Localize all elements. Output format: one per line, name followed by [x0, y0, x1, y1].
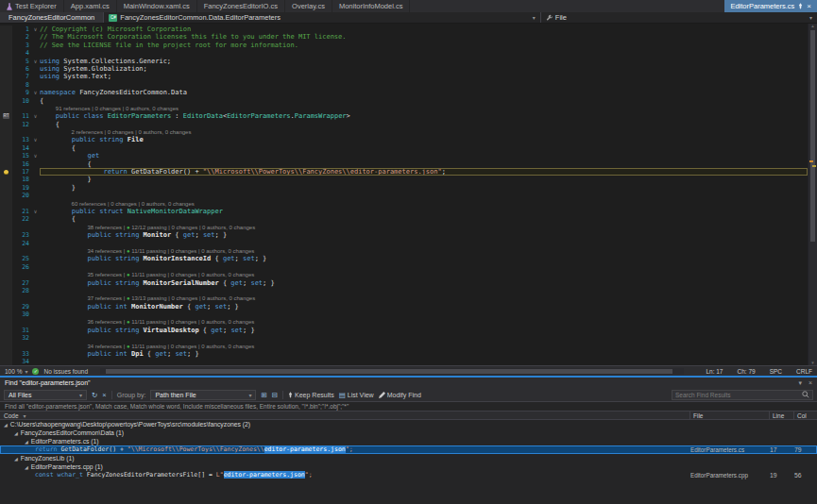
scroll-up-icon[interactable]: ▲ [808, 24, 817, 28]
clear-results-icon[interactable]: × [102, 391, 106, 399]
column-header-col[interactable]: Col [794, 412, 817, 419]
fold-icon[interactable]: ∨ [31, 112, 40, 120]
codelens-row[interactable]: 38 references | ● 12/12 passing | 0 chan… [0, 224, 808, 231]
code-line[interactable]: 28 [0, 287, 808, 294]
glyph-margin[interactable] [0, 89, 12, 96]
code-line[interactable]: 33 public int Dpi { get; set; } [0, 350, 808, 358]
codelens-row[interactable]: 60 references | 0 changes | 0 authors, 0… [0, 200, 808, 208]
tab-fancyzoneseditorio-cs[interactable]: FancyZonesEditorIO.cs [197, 0, 285, 12]
editor-vertical-scrollbar[interactable]: ▲ ▼ [808, 24, 817, 365]
glyph-margin[interactable] [0, 327, 12, 334]
modify-find-button[interactable]: Modify Find [379, 392, 421, 398]
fold-icon[interactable]: ∨ [31, 152, 40, 160]
fold-icon[interactable]: ∨ [31, 208, 40, 215]
lightbulb-icon[interactable] [4, 170, 9, 175]
codelens-row[interactable]: 37 references | ● 13/13 passing | 0 chan… [0, 294, 808, 302]
find-result-row[interactable]: return GetDataFolder() + "\\Microsoft\\P… [0, 445, 817, 454]
glyph-margin[interactable] [0, 168, 12, 176]
expand-all-icon[interactable]: ⊞ [261, 391, 266, 399]
fold-icon[interactable]: ∨ [31, 58, 40, 65]
health-status[interactable]: No issues found [43, 368, 88, 375]
code-line[interactable]: 19 } [0, 184, 808, 192]
glyph-margin[interactable] [0, 42, 12, 49]
code-line[interactable]: 17 return GetDataFolder() + "\\Microsoft… [0, 168, 808, 176]
code-line[interactable]: 30 [0, 311, 808, 318]
glyph-margin[interactable] [0, 97, 12, 105]
code-line[interactable]: 34 [0, 358, 808, 365]
tab-overlay-cs[interactable]: Overlay.cs [285, 0, 332, 12]
pin-icon[interactable] [798, 3, 803, 9]
code-line[interactable]: 2// The Microsoft Corporation licenses t… [0, 33, 808, 41]
code-line[interactable]: 13∨ public string File [0, 136, 808, 143]
codelens-row[interactable]: 91 references | 0 changes | 0 authors, 0… [0, 105, 808, 112]
search-find-results-box[interactable] [672, 390, 813, 400]
close-panel-icon[interactable]: × [808, 379, 812, 387]
expander-icon[interactable]: ◢ [25, 464, 28, 470]
code-line[interactable]: 6using System.Globalization; [0, 65, 808, 73]
column-header-line[interactable]: Line [770, 412, 794, 419]
find-group-row[interactable]: ◢C:\Users\zhaopengwang\Desktop\powertoys… [0, 420, 817, 428]
column-header-file[interactable]: File [690, 412, 770, 419]
glyph-margin[interactable] [0, 73, 12, 80]
glyph-margin[interactable] [0, 160, 12, 168]
glyph-margin[interactable] [0, 231, 12, 239]
code-line[interactable]: 20 [0, 192, 808, 199]
glyph-margin[interactable] [0, 152, 12, 160]
tab-app-xaml-cs[interactable]: App.xaml.cs [64, 0, 117, 12]
scrollbar-thumb[interactable] [810, 30, 815, 242]
navbar-type-dropdown[interactable]: C# FancyZonesEditorCommon.Data.EditorPar… [104, 12, 541, 23]
glyph-margin[interactable] [0, 25, 12, 33]
glyph-margin[interactable] [0, 192, 12, 199]
glyph-margin[interactable] [0, 215, 12, 223]
glyph-margin[interactable] [0, 303, 12, 311]
find-group-row[interactable]: ◢EditorParameters.cs (1) [0, 437, 817, 445]
glyph-margin[interactable] [0, 263, 12, 271]
code-line[interactable]: 25 public string MonitorInstanceId { get… [0, 255, 808, 262]
scroll-down-icon[interactable]: ▼ [808, 361, 817, 365]
keep-results-button[interactable]: Keep Results [288, 392, 334, 398]
editor-horizontal-scrollbar[interactable] [100, 368, 684, 375]
glyph-margin[interactable] [0, 350, 12, 358]
code-line[interactable]: 12 { [0, 121, 808, 128]
glyph-margin[interactable] [0, 184, 12, 192]
codelens-row[interactable]: 34 references | ● 11/11 passing | 0 chan… [0, 247, 808, 255]
glyph-margin[interactable] [0, 287, 12, 294]
find-group-row[interactable]: ◢FancyZonesEditorCommon\Data (1) [0, 428, 817, 437]
glyph-margin[interactable] [0, 136, 12, 143]
glyph-margin[interactable] [0, 58, 12, 65]
tab-mainwindow-xaml-cs[interactable]: MainWindow.xaml.cs [117, 0, 197, 12]
navbar-member-dropdown[interactable]: File ▾ [541, 12, 817, 23]
codelens-row[interactable]: 34 references | ● 11/11 passing | 0 chan… [0, 343, 808, 350]
files-filter-dropdown[interactable]: All Files ▾ [4, 390, 87, 400]
glyph-margin[interactable] [0, 334, 12, 342]
expander-icon[interactable]: ◢ [14, 456, 18, 462]
fold-icon[interactable]: ∨ [31, 89, 40, 96]
code-lines[interactable]: 1∨// Copyright (c) Microsoft Corporation… [0, 24, 808, 365]
group-by-dropdown[interactable]: Path then File ▾ [150, 390, 256, 400]
codelens-row[interactable]: 36 references | ● 11/11 passing | 0 chan… [0, 318, 808, 326]
find-group-row[interactable]: ◢EditorParameters.cpp (1) [0, 462, 817, 471]
code-line[interactable]: 4 [0, 49, 808, 57]
code-line[interactable]: RT11∨ public class EditorParameters : Ed… [0, 112, 808, 120]
glyph-margin[interactable]: RT [0, 112, 12, 120]
glyph-margin[interactable] [0, 311, 12, 318]
collapse-all-icon[interactable]: ⊟ [272, 391, 278, 399]
code-line[interactable]: 8 [0, 81, 808, 89]
code-line[interactable]: 5∨using System.Collections.Generic; [0, 58, 808, 65]
glyph-margin[interactable] [0, 144, 12, 152]
code-line[interactable]: 21∨ public struct NativeMonitorDataWrapp… [0, 208, 808, 215]
tab-test-explorer[interactable]: Test Explorer [0, 0, 64, 12]
code-line[interactable]: 26 [0, 263, 808, 271]
glyph-margin[interactable] [0, 121, 12, 128]
glyph-margin[interactable] [0, 65, 12, 73]
code-line[interactable]: 9∨namespace FancyZonesEditorCommon.Data [0, 89, 808, 96]
refresh-icon[interactable]: ↻ [92, 391, 97, 399]
tab-monitorinfomodel-cs[interactable]: MonitorInfoModel.cs [332, 0, 411, 12]
code-line[interactable]: 16 { [0, 160, 808, 168]
code-line[interactable]: 24 [0, 240, 808, 247]
fold-icon[interactable]: ∨ [31, 136, 40, 143]
close-tab-icon[interactable]: × [807, 3, 811, 10]
scrollbar-thumb[interactable] [106, 369, 672, 374]
code-line[interactable]: 18 } [0, 176, 808, 183]
navbar-project-dropdown[interactable]: FancyZonesEditorCommon [0, 12, 104, 23]
